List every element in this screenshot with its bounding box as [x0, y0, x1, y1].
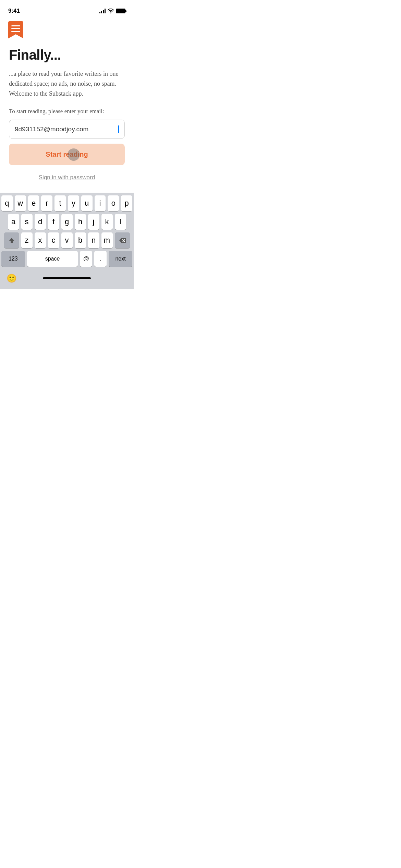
- svg-rect-1: [11, 28, 20, 29]
- backspace-icon: [119, 237, 126, 244]
- email-prompt: To start reading, please enter your emai…: [9, 108, 125, 115]
- home-indicator: [43, 277, 91, 279]
- key-h[interactable]: h: [75, 214, 86, 230]
- key-z[interactable]: z: [21, 232, 33, 248]
- start-reading-label: Start reading: [46, 150, 88, 158]
- description: ...a place to read your favorite writers…: [9, 69, 125, 98]
- key-a[interactable]: a: [8, 214, 19, 230]
- period-key[interactable]: .: [94, 251, 107, 267]
- svg-rect-2: [11, 31, 20, 32]
- keyboard-bottom-bar: 🙂: [1, 269, 132, 288]
- key-d[interactable]: d: [35, 214, 46, 230]
- key-v[interactable]: v: [61, 232, 73, 248]
- key-c[interactable]: c: [48, 232, 59, 248]
- text-cursor: [118, 125, 119, 133]
- start-reading-button[interactable]: Start reading: [9, 144, 125, 165]
- key-l[interactable]: l: [115, 214, 126, 230]
- key-t[interactable]: t: [54, 195, 66, 211]
- backspace-key[interactable]: [115, 232, 130, 248]
- touch-indicator: [68, 148, 80, 161]
- shift-key[interactable]: [4, 232, 19, 248]
- key-p[interactable]: p: [121, 195, 132, 211]
- key-k[interactable]: k: [101, 214, 113, 230]
- key-y[interactable]: y: [68, 195, 79, 211]
- sign-in-with-password-link[interactable]: Sign in with password: [9, 173, 125, 182]
- keyboard-row-2: a s d f g h j k l: [1, 214, 132, 230]
- key-q[interactable]: q: [1, 195, 13, 211]
- keyboard-row-1: q w e r t y u i o p: [1, 195, 132, 211]
- key-b[interactable]: b: [75, 232, 86, 248]
- at-key[interactable]: @: [80, 251, 92, 267]
- next-key[interactable]: next: [109, 251, 132, 267]
- key-o[interactable]: o: [108, 195, 119, 211]
- status-time: 9:41: [8, 8, 20, 14]
- email-input-value[interactable]: 9d931152@moodjoy.com: [15, 125, 118, 133]
- key-x[interactable]: x: [35, 232, 46, 248]
- keyboard: q w e r t y u i o p a s d f g h j k l z …: [0, 193, 134, 289]
- key-m[interactable]: m: [101, 232, 113, 248]
- key-j[interactable]: j: [88, 214, 99, 230]
- app-header: [0, 17, 134, 38]
- shift-icon: [8, 237, 15, 244]
- key-n[interactable]: n: [88, 232, 99, 248]
- key-g[interactable]: g: [61, 214, 73, 230]
- key-s[interactable]: s: [21, 214, 33, 230]
- numbers-key[interactable]: 123: [1, 251, 25, 267]
- email-input-container[interactable]: 9d931152@moodjoy.com: [9, 120, 125, 139]
- logo-svg: [8, 21, 23, 38]
- status-bar: 9:41: [0, 0, 134, 17]
- key-r[interactable]: r: [41, 195, 52, 211]
- status-icons: [99, 9, 125, 13]
- keyboard-row-4: 123 space @ . next: [1, 251, 132, 267]
- keyboard-row-3: z x c v b n m: [1, 232, 132, 248]
- wifi-icon: [108, 9, 114, 13]
- key-w[interactable]: w: [15, 195, 26, 211]
- key-e[interactable]: e: [28, 195, 39, 211]
- home-indicator-area: [43, 275, 91, 282]
- emoji-key[interactable]: 🙂: [4, 271, 19, 286]
- key-f[interactable]: f: [48, 214, 59, 230]
- main-content: Finally... ...a place to read your favor…: [0, 38, 134, 182]
- signal-icon: [99, 9, 106, 13]
- key-i[interactable]: i: [95, 195, 106, 211]
- space-key[interactable]: space: [27, 251, 78, 267]
- key-u[interactable]: u: [81, 195, 93, 211]
- battery-icon: [116, 9, 125, 13]
- substack-logo: [8, 21, 23, 38]
- svg-rect-0: [11, 25, 20, 26]
- headline: Finally...: [9, 47, 125, 63]
